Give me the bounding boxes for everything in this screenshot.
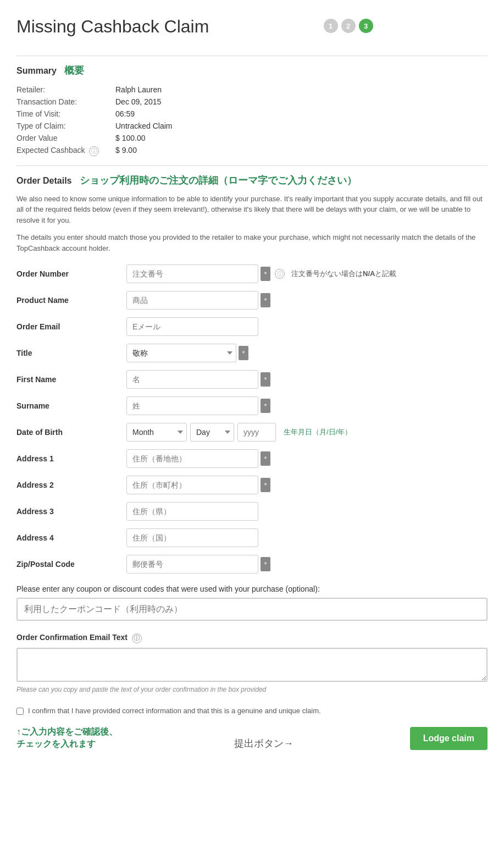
order-email-row: Order Email — [16, 317, 488, 336]
address3-input[interactable] — [126, 502, 258, 521]
bottom-bar: ↑ご入力内容をご確認後、 チェックを入れます 提出ボタン→ Lodge clai… — [16, 726, 488, 751]
dob-row: Date of Birth Month January February Mar… — [16, 423, 488, 442]
title-select[interactable]: 敬称 Mr Mrs Miss Ms Dr — [126, 344, 236, 362]
summary-row-cashback: Expected Cashback ⓘ $ 9.00 — [16, 144, 488, 158]
address2-required: * — [261, 478, 270, 492]
address1-required: * — [261, 451, 270, 466]
order-number-info-icon[interactable]: ⓘ — [275, 269, 285, 279]
summary-row-transaction-date: Transaction Date: Dec 09, 2015 — [16, 96, 488, 108]
zip-label: Zip/Postal Code — [16, 560, 126, 569]
surname-required: * — [261, 399, 270, 413]
product-name-label: Product Name — [16, 296, 126, 305]
email-section: Order Confirmation Email Text ⓘ Please c… — [16, 633, 488, 693]
surname-input[interactable] — [126, 396, 258, 415]
first-name-required: * — [261, 372, 270, 387]
email-section-info-icon[interactable]: ⓘ — [132, 633, 142, 643]
email-section-label: Order Confirmation Email Text — [16, 633, 128, 642]
address2-input[interactable] — [126, 476, 258, 494]
address1-label: Address 1 — [16, 454, 126, 463]
order-details-info1: We also need to know some unique informa… — [16, 194, 488, 226]
coupon-section: Please enter any coupon or discount code… — [16, 585, 488, 621]
step-indicators: 1 2 3 — [324, 19, 373, 33]
surname-label: Surname — [16, 401, 126, 410]
lodge-claim-button[interactable]: Lodge claim — [410, 727, 488, 750]
summary-row-claim-type: Type of Claim: Untracked Claim — [16, 120, 488, 132]
title-label: Title — [16, 349, 126, 357]
address4-row: Address 4 — [16, 528, 488, 547]
page-title: Missing Cashback Claim — [16, 16, 209, 37]
product-name-row: Product Name * — [16, 291, 488, 310]
confirm-checkbox[interactable] — [16, 708, 24, 715]
product-name-input[interactable] — [126, 291, 258, 310]
order-number-label: Order Number — [16, 269, 126, 278]
confirm-section: I confirm that I have provided correct i… — [16, 707, 488, 715]
email-textarea[interactable] — [16, 648, 488, 682]
summary-row-order-value: Order Value $ 100.00 — [16, 132, 488, 144]
summary-row-retailer: Retailer: Ralph Lauren — [16, 84, 488, 96]
order-number-row: Order Number * ⓘ 注文番号がない場合はN/Aと記載 — [16, 264, 488, 283]
first-name-row: First Name * — [16, 370, 488, 389]
step-2: 2 — [341, 19, 356, 33]
address2-label: Address 2 — [16, 481, 126, 489]
address3-label: Address 3 — [16, 507, 126, 516]
coupon-label: Please enter any coupon or discount code… — [16, 585, 488, 593]
address4-input[interactable] — [126, 528, 258, 547]
order-details-info2: The details you enter should match those… — [16, 232, 488, 253]
dob-day-select[interactable]: Day for(let i=1;i<=31;i++){document.writ… — [190, 423, 234, 442]
address3-row: Address 3 — [16, 502, 488, 521]
title-required: * — [239, 346, 248, 360]
order-email-input[interactable] — [126, 317, 258, 336]
summary-heading: Summary 概要 — [16, 64, 488, 77]
title-row: Title 敬称 Mr Mrs Miss Ms Dr * — [16, 344, 488, 362]
bottom-note: ↑ご入力内容をご確認後、 チェックを入れます — [16, 726, 118, 751]
order-details-heading: Order Details ショップ利用時のご注文の詳細（ローマ字でご入力くださ… — [16, 174, 488, 187]
dob-year-input[interactable] — [237, 423, 276, 442]
zip-input[interactable] — [126, 555, 258, 574]
address1-row: Address 1 * — [16, 449, 488, 468]
cashback-info-icon[interactable]: ⓘ — [89, 146, 99, 156]
coupon-input[interactable] — [16, 598, 488, 621]
dob-note: 生年月日（月/日/年） — [284, 427, 352, 437]
step-3: 3 — [359, 19, 373, 33]
email-hint: Please can you copy and paste the text o… — [16, 686, 488, 693]
order-form: Order Number * ⓘ 注文番号がない場合はN/Aと記載 Produc… — [16, 264, 488, 574]
first-name-input[interactable] — [126, 370, 258, 389]
zip-required: * — [261, 557, 270, 571]
confirm-text: I confirm that I have provided correct i… — [28, 707, 321, 715]
zip-row: Zip/Postal Code * — [16, 555, 488, 574]
submit-hint: 提出ボタン→ — [234, 737, 293, 750]
summary-row-time: Time of Visit: 06:59 — [16, 108, 488, 120]
product-name-required: * — [261, 293, 270, 307]
address4-label: Address 4 — [16, 533, 126, 542]
dob-label: Date of Birth — [16, 428, 126, 437]
first-name-label: First Name — [16, 375, 126, 384]
address1-input[interactable] — [126, 449, 258, 468]
dob-month-select[interactable]: Month January February March April May J… — [126, 423, 187, 442]
order-email-label: Order Email — [16, 322, 126, 331]
order-number-input[interactable] — [126, 264, 258, 283]
surname-row: Surname * — [16, 396, 488, 415]
step-1: 1 — [324, 19, 338, 33]
order-number-note: 注文番号がない場合はN/Aと記載 — [291, 269, 396, 279]
summary-table: Retailer: Ralph Lauren Transaction Date:… — [16, 84, 488, 158]
address2-row: Address 2 * — [16, 476, 488, 494]
order-number-required: * — [261, 267, 270, 281]
